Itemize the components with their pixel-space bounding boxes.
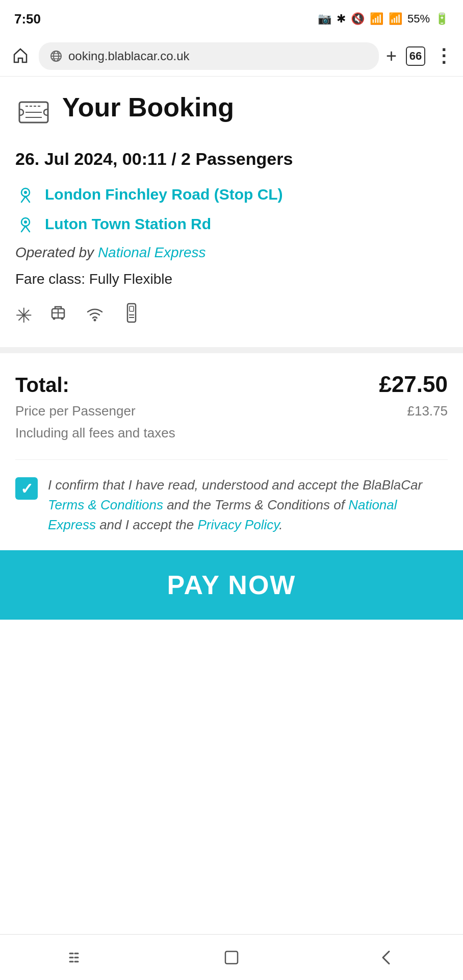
- terms-conditions-link[interactable]: Terms & Conditions: [48, 497, 163, 512]
- privacy-policy-link[interactable]: Privacy Policy: [197, 517, 279, 532]
- from-location-text[interactable]: London Finchley Road (Stop CL): [45, 186, 283, 203]
- to-location-row: Luton Town Station Rd: [15, 214, 448, 234]
- total-label: Total:: [15, 374, 69, 397]
- price-per-pax-amount: £13.75: [407, 403, 448, 419]
- main-content: Your Booking 26. Jul 2024, 00:11 / 2 Pas…: [0, 77, 463, 620]
- battery-icon: 🔋: [435, 12, 449, 26]
- camera-icon: 📷: [318, 12, 331, 26]
- bluetooth-icon: ✱: [337, 12, 346, 26]
- ticket-icon: [15, 94, 52, 131]
- price-per-pax-row: Price per Passenger £13.75: [15, 403, 448, 419]
- amenities: ✳: [15, 302, 448, 329]
- tab-count[interactable]: 66: [406, 46, 425, 66]
- bottom-nav: [0, 934, 463, 980]
- terms-text: I confirm that I have read, understood a…: [48, 475, 448, 535]
- checkmark-icon: ✓: [20, 480, 33, 498]
- browser-actions: + 66 ⋮: [386, 45, 454, 67]
- from-location-row: London Finchley Road (Stop CL): [15, 184, 448, 205]
- url-text: ooking.blablacar.co.uk: [68, 49, 190, 63]
- operated-by: Operated by National Express: [15, 244, 448, 261]
- terms-section: ✓ I confirm that I have read, understood…: [15, 459, 448, 550]
- location-to-icon: [15, 214, 36, 234]
- section-divider: [0, 347, 463, 353]
- snowflake-icon: ✳: [15, 304, 33, 327]
- mobile-ticket-icon: [120, 302, 143, 329]
- battery-text: 55%: [407, 12, 430, 26]
- svg-point-10: [24, 191, 27, 194]
- more-options-button[interactable]: ⋮: [434, 45, 454, 67]
- svg-point-16: [53, 317, 56, 320]
- booking-date: 26. Jul 2024, 00:11 / 2 Passengers: [15, 149, 448, 169]
- add-tab-button[interactable]: +: [386, 45, 397, 67]
- wifi-amenity-icon: [84, 302, 106, 329]
- mute-icon: 🔇: [351, 12, 365, 26]
- browser-bar: ooking.blablacar.co.uk + 66 ⋮: [0, 36, 463, 77]
- status-icons: 📷 ✱ 🔇 📶 📶 55% 🔋: [318, 12, 449, 26]
- price-per-pax-label: Price per Passenger: [15, 403, 136, 419]
- to-location-text[interactable]: Luton Town Station Rd: [45, 215, 211, 233]
- luggage-icon: [47, 302, 69, 329]
- wifi-icon: 📶: [370, 12, 383, 26]
- svg-rect-29: [225, 951, 238, 964]
- status-bar: 7:50 📷 ✱ 🔇 📶 📶 55% 🔋: [0, 0, 463, 36]
- operator-link[interactable]: National Express: [98, 244, 206, 260]
- svg-point-18: [94, 319, 96, 322]
- nav-back-button[interactable]: [366, 942, 406, 973]
- nav-home-button[interactable]: [211, 942, 252, 973]
- terms-checkbox[interactable]: ✓: [15, 477, 38, 500]
- pricing-section: Total: £27.50 Price per Passenger £13.75…: [15, 372, 448, 441]
- url-bar[interactable]: ooking.blablacar.co.uk: [39, 42, 379, 70]
- booking-header: Your Booking: [15, 92, 448, 131]
- status-time: 7:50: [14, 11, 41, 27]
- nav-menu-button[interactable]: [57, 942, 97, 973]
- location-from-icon: [15, 184, 36, 205]
- home-button[interactable]: [9, 45, 32, 67]
- total-amount: £27.50: [379, 372, 448, 397]
- signal-icon: 📶: [389, 12, 402, 26]
- booking-title: Your Booking: [62, 92, 234, 122]
- fees-note: Including all fees and taxes: [15, 425, 448, 441]
- svg-point-12: [24, 220, 27, 224]
- pay-now-button[interactable]: PAY NOW: [0, 550, 463, 620]
- fare-class: Fare class: Fully Flexible: [15, 271, 448, 287]
- svg-point-17: [61, 317, 64, 320]
- svg-rect-20: [130, 306, 134, 311]
- total-row: Total: £27.50: [15, 372, 448, 397]
